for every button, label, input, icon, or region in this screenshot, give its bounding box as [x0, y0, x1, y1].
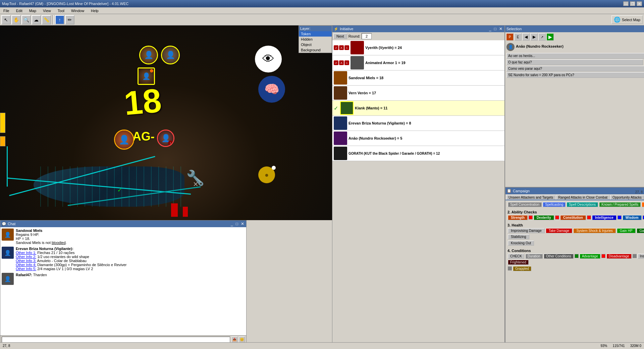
menu-file[interactable]: File — [1, 8, 11, 13]
map-token-char-2[interactable]: 👤 ! — [157, 130, 174, 147]
cond-frightened[interactable]: Frightened — [508, 260, 529, 265]
init-entry-3[interactable]: Vern Verón = 17 — [332, 86, 504, 101]
init-entry-1[interactable]: Z A 1 Animated Armor 1 = 19 — [332, 55, 504, 70]
layer-header: Layer: — [299, 26, 332, 31]
chat-restore[interactable]: □ — [235, 221, 239, 226]
cond-duration-btn[interactable]: Duration — [525, 254, 543, 259]
health-gain-temp[interactable]: Gain Temp HP — [637, 228, 644, 233]
chat-link-3[interactable]: Other Info 3: — [16, 259, 36, 263]
toolbar-pan[interactable]: ✋ — [11, 15, 21, 24]
menu-view[interactable]: View — [41, 8, 53, 13]
toolbar-measure[interactable]: 📏 — [42, 15, 51, 24]
chat-send-btn[interactable]: 📤 — [231, 337, 237, 343]
init-entry-4[interactable]: ✓ Klank (Manto) = 11 — [332, 101, 504, 116]
camp-btn-known-spells[interactable]: Known / Prepared Spells — [599, 202, 641, 207]
chat-link-4[interactable]: Other Info 4: — [16, 263, 36, 267]
map-token-1[interactable]: 👤 — [139, 46, 158, 64]
side-token-1[interactable] — [0, 113, 5, 133]
map-token-selected[interactable]: 👤 — [138, 67, 155, 85]
speech-btn-3[interactable]: Como veio parar aqui? — [506, 66, 644, 71]
camp-btn-spell-desc[interactable]: Spell Descriptions — [567, 202, 598, 207]
health-take-damage[interactable]: Take Damage — [546, 228, 573, 233]
chat-input-field[interactable] — [2, 337, 230, 343]
cond-inspiration[interactable]: Inspiration — [638, 254, 644, 259]
health-gain[interactable]: Gain HP — [617, 228, 636, 233]
speech-btn-2[interactable]: O que faz aqui? — [506, 59, 643, 65]
chat-content: 👤 Sandoval Miels Regains 9 HP. HP = 18. … — [0, 227, 246, 335]
camp-tab-0[interactable]: Unseen Attackers and Targets — [506, 195, 555, 200]
init-entry-0[interactable]: Z A 1 Vyerith (Vyerith) = 24 — [332, 40, 504, 55]
toolbar-fog[interactable]: ☁ — [32, 15, 41, 24]
select-map-button[interactable]: 🌐 Select Map — [611, 15, 643, 24]
status-memory: 115/741 — [612, 344, 625, 348]
speech-btn-1[interactable]: Ao ver os heróis... — [506, 53, 644, 59]
init-entry-5[interactable]: Erevan Briza Noturna (Vigilante) = 8 — [332, 116, 504, 131]
init-close[interactable]: ✕ — [498, 27, 503, 31]
sel-btn-export[interactable]: ↗ — [538, 33, 546, 41]
camp-tab-2[interactable]: Opportunity Attacks — [610, 195, 644, 200]
close-btn[interactable]: ✕ — [637, 1, 642, 6]
speech-btn-4[interactable]: SE Nundro for salvo = 200 XP para os PCs… — [506, 72, 644, 78]
camp-btn-magical[interactable]: Magical Effects — [642, 202, 644, 207]
maximize-btn[interactable]: ❐ — [630, 1, 635, 6]
menu-tool[interactable]: Tool — [56, 8, 66, 13]
sel-btn-left[interactable]: ◀ — [522, 33, 530, 41]
ability-dexterity[interactable]: Dexterity — [534, 215, 554, 220]
chat-line-1: Regains 9 HP. — [16, 233, 245, 237]
init-name-0: Vyerith (Vyerith) = 24 — [365, 46, 503, 50]
layer-token[interactable]: Token — [299, 31, 332, 37]
cond-other-btn[interactable]: Other Conditions — [544, 254, 574, 259]
menu-edit[interactable]: Edit — [14, 8, 24, 13]
cond-disadvantage[interactable]: Disadvantage — [606, 254, 632, 259]
chat-link-5[interactable]: Other Info 5: — [16, 267, 36, 271]
ability-wisdom[interactable]: Wisdom — [623, 215, 642, 220]
health-improvising[interactable]: Improvising Damage — [508, 228, 545, 233]
chat-link-1[interactable]: Other Info 1: — [16, 251, 36, 255]
toolbar-draw[interactable]: ✏ — [65, 15, 74, 24]
ability-strength[interactable]: Strength — [508, 215, 528, 220]
health-knocking-out[interactable]: Knocking Out — [508, 241, 534, 246]
map-canvas[interactable]: ✓ 👁 🧠 18 AG- 🔧 ✕ ● — [0, 26, 332, 220]
menu-window[interactable]: Window — [69, 8, 86, 13]
health-stabilizing[interactable]: Stabilizing — [508, 234, 529, 239]
init-icon-1c: 1 — [344, 60, 349, 65]
camp-tab-1[interactable]: Ranged Attacks in Close Combat — [556, 195, 610, 200]
menu-map[interactable]: Map — [27, 8, 38, 13]
map-token-char-1[interactable]: 👤 — [114, 130, 134, 150]
sel-btn-green[interactable]: ▶ — [546, 33, 554, 41]
sel-btn-properties[interactable]: P — [506, 33, 514, 41]
toolbar-pointer[interactable]: ↑ — [55, 15, 64, 24]
menu-help[interactable]: Help — [89, 8, 101, 13]
sel-btn-right[interactable]: ▶ — [530, 33, 538, 41]
chat-emoji-btn[interactable]: 😊 — [239, 337, 245, 343]
chat-link-2[interactable]: Other Info 2: — [16, 255, 36, 259]
ability-intelligence[interactable]: Intelligence — [592, 215, 616, 220]
toolbar-select[interactable]: ↖ — [1, 15, 11, 24]
campaign-title: Campaign — [513, 189, 530, 193]
sel-btn-edit[interactable]: E — [514, 33, 522, 41]
chat-close[interactable]: ✕ — [240, 221, 245, 226]
health-system[interactable]: System Shock & Injuries — [573, 228, 615, 233]
init-minimize[interactable]: _ — [488, 27, 492, 31]
init-entry-7[interactable]: GORATH (KUT the Black Spider / Garaele /… — [332, 146, 504, 161]
cond-check-btn[interactable]: CHECK — [508, 254, 524, 259]
side-token-2[interactable] — [0, 136, 5, 146]
minimize-btn[interactable]: — — [623, 1, 629, 6]
ability-constitution[interactable]: Constitution — [560, 215, 586, 220]
init-restore[interactable]: □ — [493, 27, 497, 31]
round-input[interactable] — [362, 33, 372, 39]
camp-btn-spell-conc[interactable]: Spell Concentration — [508, 202, 542, 207]
layer-background[interactable]: Background — [299, 47, 332, 53]
init-entry-6[interactable]: Anão (Nundro Rockseeker) = 5 — [332, 131, 504, 146]
layer-object[interactable]: Object — [299, 42, 332, 47]
map-token-2[interactable]: 👤 — [161, 46, 180, 64]
cond-grappled[interactable]: Grappled — [513, 266, 531, 271]
camp-btn-spellcasting[interactable]: Spellcasting — [543, 202, 566, 207]
init-next-btn[interactable]: Next — [333, 34, 347, 39]
toolbar-zoom[interactable]: 🔍 — [21, 15, 31, 24]
chat-minimize[interactable]: _ — [230, 221, 234, 226]
init-entry-2[interactable]: Sandoval Miels = 18 — [332, 70, 504, 86]
cond-advantage[interactable]: Advantage — [580, 254, 600, 259]
window-controls[interactable]: — ❐ ✕ — [623, 1, 642, 6]
layer-hidden[interactable]: Hidden — [299, 37, 332, 42]
